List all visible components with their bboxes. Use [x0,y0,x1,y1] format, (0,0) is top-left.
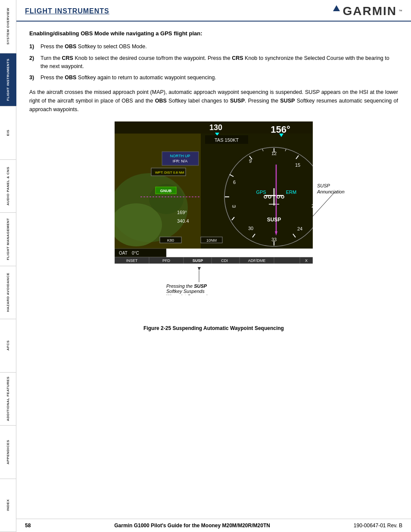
sidebar-item-audio-panel-cns[interactable]: AUDIO PANEL & CNS [0,160,16,213]
svg-text:Waypoint Sequencing: Waypoint Sequencing [166,294,213,295]
svg-text:21: 21 [311,203,313,208]
page-header: FLIGHT INSTRUMENTS GARMIN ™ [16,0,411,22]
page-content: Enabling/disabling OBS Mode while naviga… [16,22,411,519]
sidebar-label-appendices: APPENDICES [6,440,10,464]
step-2: 2) Turn the CRS Knob to select the desir… [29,54,398,71]
sidebar-label-audio-panel-cns: AUDIO PANEL & CNS [6,167,10,205]
svg-text:CDI: CDI [221,258,228,263]
sidebar-label-additional-features: ADDITIONAL FEATURES [6,376,10,421]
susp-annotation-text: SUSPAnnunciation [317,183,369,195]
body-paragraph: As the aircraft crosses the missed appro… [29,88,398,114]
sidebar-item-system-overview[interactable]: SYSTEM OVERVIEW [0,0,16,53]
page-footer: 58 Garmin G1000 Pilot's Guide for the Mo… [16,519,411,532]
svg-text:S: S [312,184,313,189]
step-2-text: Turn the CRS Knob to select the desired … [40,54,398,71]
svg-text:X: X [305,258,308,263]
hsi-image-wrapper: 130 156° TAS 150KT [115,121,313,264]
susp-annotation: SUSPAnnunciation [317,183,369,195]
sidebar-item-eis[interactable]: EIS [0,106,16,160]
step-1-text: Press the OBS Softkey to select OBS Mode… [40,43,398,51]
page-title: FLIGHT INSTRUMENTS [25,7,109,15]
svg-text:INSET: INSET [126,258,138,263]
svg-text:12: 12 [271,151,277,156]
svg-marker-83 [198,267,201,271]
callout-svg: Pressing the SUSP Softkey Suspends Waypo… [115,267,313,295]
sidebar: SYSTEM OVERVIEW FLIGHT INSTRUMENTS EIS A… [0,0,16,532]
sidebar-label-system-overview: SYSTEM OVERVIEW [6,8,10,45]
svg-text:9: 9 [249,159,252,164]
sidebar-item-hazard-avoidance[interactable]: HAZARD AVOIDANCE [0,266,16,320]
svg-text:SUSP: SUSP [267,217,281,223]
svg-text:340.4: 340.4 [177,218,189,224]
svg-text:GPS: GPS [256,190,266,195]
sidebar-label-eis: EIS [6,130,10,136]
step-3-number: 3) [29,74,40,82]
svg-text:GNUB: GNUB [160,189,172,193]
sidebar-item-afcs[interactable]: AFCS [0,319,16,373]
svg-text:6: 6 [233,180,236,185]
svg-text:Softkey Suspends: Softkey Suspends [166,289,205,294]
step-1-number: 1) [29,43,40,51]
footer-page-number: 58 [25,523,31,529]
svg-text:PFD: PFD [162,258,171,263]
section-heading: Enabling/disabling OBS Mode while naviga… [29,30,398,37]
svg-text:33: 33 [271,237,277,242]
step-3-text: Press the OBS Softkey again to return to… [40,74,398,82]
svg-text:NORTH UP: NORTH UP [170,154,190,158]
sidebar-label-flight-management: FLIGHT MANAGEMENT [6,218,10,260]
svg-rect-69 [115,257,313,264]
svg-text:0°C: 0°C [132,251,139,255]
step-3: 3) Press the OBS Softkey again to return… [29,74,398,82]
svg-text:SUSP: SUSP [193,258,203,263]
footer-part-number: 190-00647-01 Rev. B [354,523,402,529]
svg-text:24: 24 [297,226,302,231]
hsi-display: 130 156° TAS 150KT [115,121,313,264]
svg-line-82 [313,193,334,216]
garmin-logo-text: GARMIN [342,4,397,18]
svg-text:ADF/DME: ADF/DME [248,258,266,263]
sidebar-item-flight-management[interactable]: FLIGHT MANAGEMENT [0,213,16,266]
svg-text:30: 30 [248,226,253,231]
svg-text:OAT: OAT [119,251,128,255]
svg-text:WPT: DIST 0.8 NM: WPT: DIST 0.8 NM [155,171,184,174]
sidebar-label-afcs: AFCS [6,340,10,351]
step-2-number: 2) [29,54,40,71]
svg-text:K80: K80 [167,238,174,243]
svg-text:TAS 150KT: TAS 150KT [215,137,239,143]
footer-title: Garmin G1000 Pilot's Guide for the Moone… [114,523,270,529]
hsi-figure-container: 130 156° TAS 150KT [29,121,398,295]
main-content: FLIGHT INSTRUMENTS GARMIN ™ Enabling/dis… [16,0,411,532]
figure-caption: Figure 2-25 Suspending Automatic Waypoin… [29,325,398,331]
svg-text:Pressing the SUSP: Pressing the SUSP [166,283,207,289]
svg-text:ω: ω [232,203,236,208]
sidebar-item-appendices[interactable]: APPENDICES [0,426,16,479]
svg-text:130: 130 [209,123,222,132]
svg-text:10NM: 10NM [206,238,217,243]
svg-text:15: 15 [295,162,300,168]
svg-text:169°: 169° [177,210,187,215]
svg-text:IFR: N/A: IFR: N/A [173,159,188,163]
callout-area: Pressing the SUSP Softkey Suspends Waypo… [115,267,313,295]
garmin-triangle-icon [333,5,340,11]
sidebar-label-flight-instruments: FLIGHT INSTRUMENTS [6,59,10,101]
svg-text:156°: 156° [271,124,290,135]
steps-list: 1) Press the OBS Softkey to select OBS M… [29,43,398,82]
garmin-logo: GARMIN ™ [333,4,402,18]
svg-text:ERM: ERM [286,190,296,195]
sidebar-item-flight-instruments[interactable]: FLIGHT INSTRUMENTS [0,53,16,107]
sidebar-label-hazard-avoidance: HAZARD AVOIDANCE [6,273,10,312]
step-1: 1) Press the OBS Softkey to select OBS M… [29,43,398,51]
sidebar-item-index[interactable]: INDEX [0,479,16,532]
sidebar-item-additional-features[interactable]: ADDITIONAL FEATURES [0,373,16,426]
sidebar-label-index: INDEX [6,499,10,511]
